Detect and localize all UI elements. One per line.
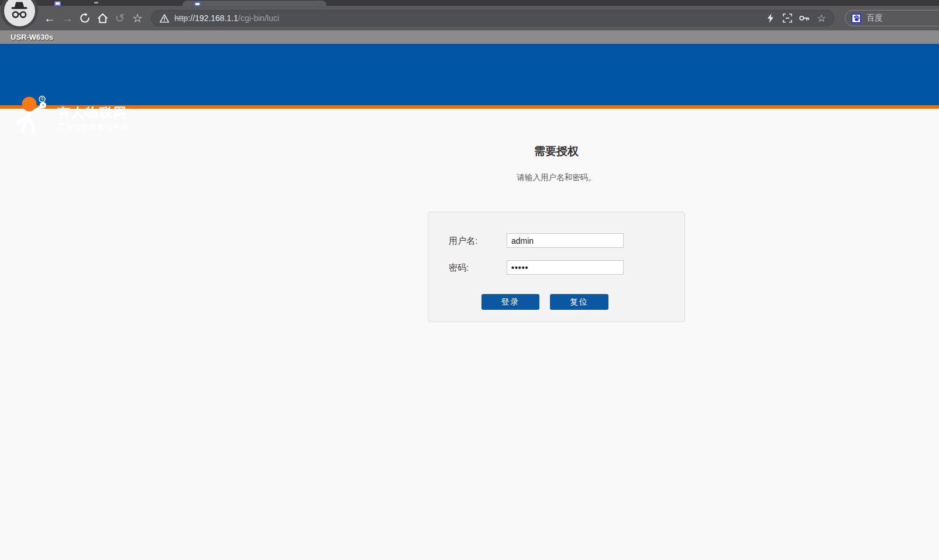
url-scheme: http bbox=[174, 13, 188, 23]
active-tab[interactable] bbox=[183, 1, 326, 6]
forward-icon[interactable]: → bbox=[59, 9, 76, 27]
site-header: ® 有人物联网 工业物联网通信专家 bbox=[0, 44, 939, 109]
star-icon[interactable]: ☆ bbox=[816, 13, 827, 23]
password-input[interactable] bbox=[507, 260, 624, 275]
active-tab-favicon-icon bbox=[194, 2, 201, 6]
url-host: ://192.168.1.1 bbox=[188, 13, 238, 23]
usr-stickman-logo-icon: ® bbox=[13, 95, 50, 142]
login-button[interactable]: 登录 bbox=[481, 294, 539, 310]
login-content: 需要授权 请输入用户名和密码。 用户名: 密码: 登录 复位 bbox=[428, 112, 685, 322]
key-icon[interactable] bbox=[799, 13, 810, 23]
url-bar[interactable]: http://192.168.1.1/cgi-bin/luci ☆ bbox=[151, 10, 834, 26]
login-card: 用户名: 密码: 登录 复位 bbox=[428, 212, 685, 322]
password-label: 密码: bbox=[449, 262, 469, 274]
baidu-icon bbox=[851, 13, 861, 23]
baidu-search-box[interactable]: 百度 bbox=[845, 10, 939, 26]
page-title-strip: USR-W630s bbox=[0, 30, 939, 44]
reset-button[interactable]: 复位 bbox=[550, 294, 608, 310]
tab-strip bbox=[0, 0, 939, 6]
url-text: http://192.168.1.1/cgi-bin/luci bbox=[174, 13, 765, 23]
page-title-text: USR-W630s bbox=[11, 33, 53, 42]
warning-icon[interactable] bbox=[160, 14, 169, 23]
baidu-search-label: 百度 bbox=[866, 13, 883, 23]
registered-mark: ® bbox=[40, 97, 44, 101]
username-input[interactable] bbox=[507, 233, 624, 248]
inactive-tab-favicon-icon bbox=[54, 1, 61, 6]
bookmark-star-icon[interactable]: ☆ bbox=[129, 9, 146, 27]
incognito-icon bbox=[4, 0, 35, 26]
reload-icon[interactable] bbox=[76, 9, 94, 27]
back-icon[interactable]: ← bbox=[41, 9, 59, 27]
reader-mode-icon[interactable] bbox=[782, 13, 793, 23]
lightning-icon[interactable] bbox=[765, 13, 776, 23]
url-bar-actions: ☆ bbox=[765, 13, 827, 23]
username-label: 用户名: bbox=[449, 236, 477, 247]
home-icon[interactable] bbox=[94, 9, 111, 27]
brand-name: 有人物联网 bbox=[57, 104, 128, 122]
browser-toolbar: ← → ↺ ☆ http://192.168.1.1/cgi-bin/luci … bbox=[0, 6, 939, 30]
url-path: /cgi-bin/luci bbox=[238, 13, 279, 23]
undo-icon[interactable]: ↺ bbox=[111, 9, 129, 27]
brand-tagline: 工业物联网通信专家 bbox=[57, 123, 129, 133]
page-heading: 需要授权 bbox=[428, 144, 685, 159]
tab-close-icon[interactable] bbox=[94, 2, 98, 4]
page-subtitle: 请输入用户名和密码。 bbox=[428, 172, 685, 184]
